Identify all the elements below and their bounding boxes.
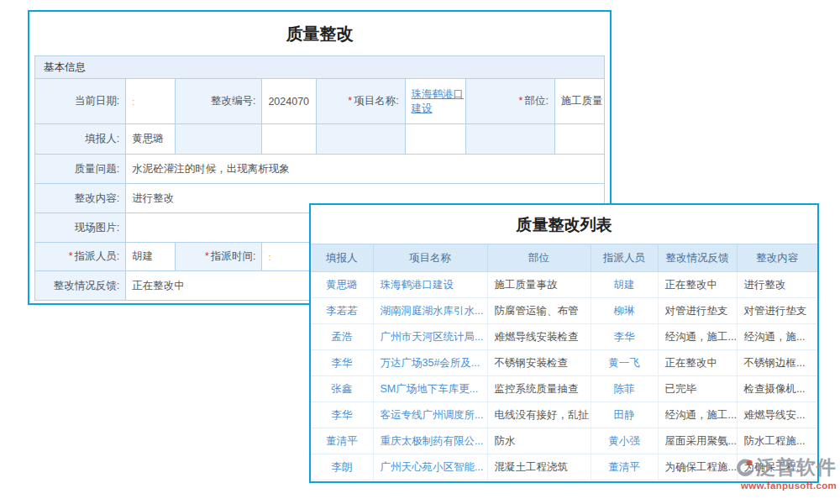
column-header-part: 部位 bbox=[487, 244, 591, 272]
cell-content: 不锈钢边框... bbox=[737, 350, 817, 376]
column-header-filler: 填报人 bbox=[311, 244, 373, 272]
field-label-part: *部位: bbox=[465, 79, 554, 124]
cell-filler[interactable]: 黄思璐 bbox=[311, 272, 373, 298]
field-label-current-date: 当前日期: bbox=[35, 79, 126, 124]
fanpu-logo-icon bbox=[735, 458, 755, 478]
cell-part: 施工质量事故 bbox=[487, 272, 591, 298]
empty-label-cell bbox=[176, 124, 262, 155]
cell-feedback: 经沟通，施工... bbox=[658, 324, 737, 350]
label-text: 整改编号: bbox=[211, 95, 255, 107]
cell-project-name[interactable]: 广州天心苑小区智能... bbox=[373, 454, 487, 480]
cell-content: 经沟通，施... bbox=[737, 324, 817, 350]
cell-project-name[interactable]: 珠海鹤港口建设 bbox=[373, 272, 487, 298]
table-row[interactable]: 孟浩广州市天河区统计局...难燃导线安装检查李华经沟通，施工...经沟通，施..… bbox=[311, 324, 817, 350]
cell-project-name[interactable]: 客运专线广州调度所... bbox=[373, 402, 487, 428]
field-label-filler: 填报人: bbox=[35, 124, 126, 155]
label-text: 整改内容: bbox=[75, 192, 119, 204]
cell-filler[interactable]: 李若若 bbox=[311, 298, 373, 324]
cell-feedback: 对管进行垫支 bbox=[658, 298, 737, 324]
cell-project-name[interactable]: 广州市天河区统计局... bbox=[373, 324, 487, 350]
field-label-feedback: 整改情况反馈: bbox=[35, 271, 126, 301]
form-row-1: 当前日期: : 整改编号: 2024070 *项目名称: 珠海鹤港口建设 *部位… bbox=[35, 79, 605, 124]
cell-assignee[interactable]: 黄小强 bbox=[591, 428, 658, 454]
cell-part: 难燃导线安装检查 bbox=[487, 324, 591, 350]
column-header-content: 整改内容 bbox=[737, 244, 817, 272]
cell-content: 进行整改 bbox=[737, 272, 817, 298]
form-row-2: 填报人: 黄思璐 bbox=[35, 124, 605, 155]
field-label-assignee: *指派人员: bbox=[35, 243, 126, 271]
cell-content: 对管进行垫支 bbox=[737, 298, 817, 324]
cell-assignee[interactable]: 董清平 bbox=[591, 454, 658, 480]
label-text: 整改情况反馈: bbox=[54, 280, 119, 291]
rectify-list-table: 填报人 项目名称 部位 指派人员 整改情况反馈 整改内容 黄思璐珠海鹤港口建设施… bbox=[311, 244, 817, 480]
field-label-assign-time: *指派时间: bbox=[176, 243, 262, 271]
column-header-feedback: 整改情况反馈 bbox=[658, 244, 737, 272]
cell-part: 防腐管运输、布管 bbox=[487, 298, 591, 324]
cell-assignee[interactable]: 李华 bbox=[591, 324, 658, 350]
form-title: 质量整改 bbox=[29, 12, 610, 55]
field-label-rectify-content: 整改内容: bbox=[35, 184, 126, 213]
table-row[interactable]: 黄思璐珠海鹤港口建设施工质量事故胡建正在整改中进行整改 bbox=[311, 272, 817, 298]
watermark-url: www.fanpusoft.com bbox=[719, 480, 837, 491]
cell-project-name[interactable]: 重庆太极制药有限公... bbox=[373, 428, 487, 454]
table-row[interactable]: 李若若湖南洞庭湖水库引水...防腐管运输、布管柳琳对管进行垫支对管进行垫支 bbox=[311, 298, 817, 324]
field-value-assignee[interactable]: 胡建 bbox=[126, 243, 176, 271]
cell-filler[interactable]: 李朗 bbox=[311, 454, 373, 480]
cell-feedback: 屋面采用聚氨... bbox=[658, 428, 737, 454]
project-name-link[interactable]: 珠海鹤港口建设 bbox=[412, 88, 465, 114]
field-label-project: *项目名称: bbox=[317, 79, 405, 124]
cell-feedback: 经沟通，施工... bbox=[658, 402, 737, 428]
list-title: 质量整改列表 bbox=[311, 205, 817, 244]
table-row[interactable]: 李华客运专线广州调度所...电线没有接好，乱扯田静经沟通，施工...难燃导线安.… bbox=[311, 402, 817, 428]
table-row[interactable]: 李华万达广场35#会所及...不锈钢安装检查黄一飞正在整改中不锈钢边框... bbox=[311, 350, 817, 376]
table-row[interactable]: 张鑫SM广场地下车库更...监控系统质量抽查陈菲已完毕检查摄像机... bbox=[311, 376, 817, 402]
empty-value-cell bbox=[262, 124, 317, 155]
cell-project-name[interactable]: SM广场地下车库更... bbox=[373, 376, 487, 402]
cell-assignee[interactable]: 陈菲 bbox=[591, 376, 658, 402]
empty-value-cell bbox=[405, 124, 465, 155]
cell-project-name[interactable]: 湖南洞庭湖水库引水... bbox=[373, 298, 487, 324]
cell-filler[interactable]: 董清平 bbox=[311, 428, 373, 454]
empty-label-cell bbox=[465, 124, 554, 155]
table-row[interactable]: 董清平重庆太极制药有限公...防水黄小强屋面采用聚氨...防水工程施... bbox=[311, 428, 817, 454]
field-value-current-date[interactable]: : bbox=[126, 79, 176, 124]
cell-part: 不锈钢安装检查 bbox=[487, 350, 591, 376]
cell-part: 电线没有接好，乱扯 bbox=[487, 402, 591, 428]
watermark-brand-row: 泛普软件 bbox=[719, 454, 837, 480]
field-label-rectify-no: 整改编号: bbox=[176, 79, 262, 124]
cell-filler[interactable]: 李华 bbox=[311, 402, 373, 428]
cell-part: 混凝土工程浇筑 bbox=[487, 454, 591, 480]
table-header-row: 填报人 项目名称 部位 指派人员 整改情况反馈 整改内容 bbox=[311, 244, 817, 272]
cell-filler[interactable]: 孟浩 bbox=[311, 324, 373, 350]
quality-rectify-list-panel: 质量整改列表 填报人 项目名称 部位 指派人员 整改情况反馈 整改内容 黄思璐珠… bbox=[309, 203, 819, 483]
label-text: 质量问题: bbox=[75, 163, 119, 175]
cell-part: 防水 bbox=[487, 428, 591, 454]
watermark: 泛普软件 www.fanpusoft.com bbox=[719, 454, 837, 491]
field-label-site-photo: 现场图片: bbox=[35, 213, 126, 243]
empty-label-cell bbox=[317, 124, 405, 155]
current-date-value: : bbox=[132, 97, 134, 107]
column-header-assignee: 指派人员 bbox=[591, 244, 658, 272]
watermark-brand-text: 泛普软件 bbox=[756, 454, 837, 480]
page: 质量整改 基本信息 当前日期: : 整改编号: 2024070 *项目名称: 珠… bbox=[0, 0, 840, 504]
field-value-rectify-no[interactable]: 2024070 bbox=[262, 79, 317, 124]
field-value-quality-issue[interactable]: 水泥砼灌注的时候，出现离析现象 bbox=[126, 155, 605, 184]
required-asterisk: * bbox=[348, 95, 352, 107]
cell-filler[interactable]: 李华 bbox=[311, 350, 373, 376]
field-value-filler[interactable]: 黄思璐 bbox=[126, 124, 176, 155]
cell-filler[interactable]: 张鑫 bbox=[311, 376, 373, 402]
cell-assignee[interactable]: 胡建 bbox=[591, 272, 658, 298]
required-asterisk: * bbox=[69, 250, 73, 262]
label-text: 项目名称: bbox=[354, 95, 398, 107]
required-asterisk: * bbox=[519, 95, 523, 107]
cell-assignee[interactable]: 黄一飞 bbox=[591, 350, 658, 376]
field-value-part[interactable]: 施工质量 bbox=[554, 79, 604, 124]
form-row-quality-issue: 质量问题: 水泥砼灌注的时候，出现离析现象 bbox=[35, 155, 605, 184]
cell-content: 防水工程施... bbox=[737, 428, 817, 454]
cell-assignee[interactable]: 田静 bbox=[591, 402, 658, 428]
cell-project-name[interactable]: 万达广场35#会所及... bbox=[373, 350, 487, 376]
column-header-project-name: 项目名称 bbox=[373, 244, 487, 272]
cell-part: 监控系统质量抽查 bbox=[487, 376, 591, 402]
cell-assignee[interactable]: 柳琳 bbox=[591, 298, 658, 324]
label-text: 指派时间: bbox=[211, 250, 255, 262]
